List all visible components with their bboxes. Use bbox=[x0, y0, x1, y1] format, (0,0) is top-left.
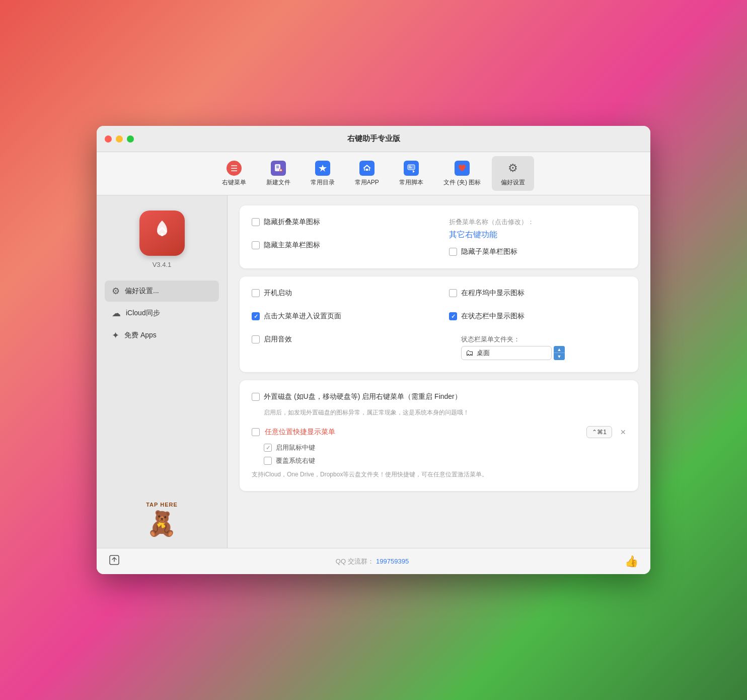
common-app-icon bbox=[359, 160, 375, 176]
enable-middle-click-checkbox[interactable] bbox=[264, 444, 272, 452]
tap-here-badge[interactable]: TAP HERE 🧸 bbox=[146, 502, 178, 538]
enable-sound-checkbox[interactable] bbox=[252, 335, 260, 343]
quick-show-checkbox[interactable] bbox=[252, 428, 260, 436]
hide-menubar-icon-row: 隐藏主菜单栏图标 bbox=[252, 241, 429, 250]
quick-show-description: 支持iCloud，One Drive，Dropbox等云盘文件夹！使用快捷键，可… bbox=[252, 470, 626, 479]
fold-menu-name[interactable]: 其它右键功能 bbox=[449, 230, 626, 240]
external-disk-checkbox[interactable] bbox=[252, 393, 260, 401]
hide-submenu-icon-checkbox[interactable] bbox=[449, 248, 457, 256]
toolbar-item-file-icon[interactable]: 文件 (夹) 图标 bbox=[434, 156, 490, 191]
shortcut-close-icon[interactable]: ✕ bbox=[620, 428, 626, 436]
quick-show-label[interactable]: 任意位置快捷显示菜单 bbox=[265, 428, 335, 437]
close-button[interactable] bbox=[105, 135, 112, 143]
sidebar-bottom: TAP HERE 🧸 bbox=[146, 502, 178, 538]
context-menu-icon: ☰ bbox=[226, 160, 242, 176]
sidebar-free-apps-icon: ✦ bbox=[112, 330, 119, 341]
sidebar-free-apps-label: 免费 Apps bbox=[124, 331, 157, 340]
hide-fold-icon-row: 隐藏折叠菜单图标 bbox=[252, 218, 429, 227]
sidebar-item-icloud[interactable]: ☁ iCloud同步 bbox=[105, 303, 219, 324]
show-in-statusbar-row: 在状态栏中显示图标 bbox=[449, 312, 626, 321]
click-main-menu-label: 点击大菜单进入设置页面 bbox=[264, 312, 341, 321]
app-window: 右键助手专业版 ☰ 右键菜单 bbox=[97, 126, 650, 574]
toolbar-label-preferences: 偏好设置 bbox=[501, 178, 525, 187]
bottom-bar-center: QQ 交流群： 199759395 bbox=[336, 556, 409, 566]
card-hide-icons-left: 隐藏折叠菜单图标 隐藏主菜单栏图标 bbox=[252, 218, 429, 256]
folder-select-text: 桌面 bbox=[477, 348, 547, 358]
external-disk-hint: 启用后，如发现外置磁盘的图标异常，属正常现象，这是系统本身的问题哦！ bbox=[264, 408, 626, 417]
folder-stepper-up[interactable]: ▲ bbox=[554, 346, 565, 353]
hide-fold-icon-checkbox[interactable] bbox=[252, 218, 260, 226]
toolbar: ☰ 右键菜单 新建文件 bbox=[97, 152, 650, 195]
hide-submenu-icon-label: 隐藏子菜单栏图标 bbox=[461, 247, 517, 256]
tap-here-text: TAP HERE bbox=[146, 502, 178, 508]
sidebar-item-free-apps[interactable]: ✦ 免费 Apps bbox=[105, 325, 219, 346]
sidebar-nav: ⚙ 偏好设置... ☁ iCloud同步 ✦ 免费 Apps bbox=[105, 281, 219, 346]
sidebar-preferences-icon: ⚙ bbox=[112, 286, 120, 297]
app-icon bbox=[139, 211, 185, 256]
show-in-statusbar-checkbox[interactable] bbox=[449, 312, 457, 320]
click-main-menu-row: 点击大菜单进入设置页面 bbox=[252, 312, 429, 321]
show-in-dock-label: 在程序坞中显示图标 bbox=[461, 289, 525, 298]
auto-start-label: 开机启动 bbox=[264, 289, 292, 298]
toolbar-item-new-file[interactable]: 新建文件 bbox=[257, 156, 300, 191]
svg-rect-7 bbox=[365, 169, 368, 171]
folder-icon: 🗂 bbox=[466, 348, 474, 358]
maximize-button[interactable] bbox=[127, 135, 134, 143]
toolbar-label-file-icon: 文件 (夹) 图标 bbox=[443, 178, 481, 187]
hide-menubar-icon-label: 隐藏主菜单栏图标 bbox=[264, 241, 320, 250]
like-icon[interactable]: 👍 bbox=[625, 555, 638, 568]
titlebar: 右键助手专业版 bbox=[97, 126, 650, 152]
toolbar-label-context-menu: 右键菜单 bbox=[222, 178, 246, 187]
show-in-dock-checkbox[interactable] bbox=[449, 289, 457, 297]
statusbar-folder-label: 状态栏菜单文件夹： bbox=[461, 335, 626, 344]
sidebar: V3.4.1 ⚙ 偏好设置... ☁ iCloud同步 ✦ 免费 Apps TA… bbox=[97, 195, 228, 548]
toolbar-item-context-menu[interactable]: ☰ 右键菜单 bbox=[213, 156, 255, 191]
enable-middle-click-row: 启用鼠标中键 bbox=[264, 443, 626, 452]
sidebar-icloud-label: iCloud同步 bbox=[126, 309, 160, 318]
card-external-disk: 外置磁盘 (如U盘，移动硬盘等) 启用右键菜单（需重启 Finder） 启用后，… bbox=[240, 380, 638, 491]
preferences-icon: ⚙ bbox=[505, 160, 521, 176]
external-disk-row: 外置磁盘 (如U盘，移动硬盘等) 启用右键菜单（需重启 Finder） bbox=[252, 392, 626, 401]
window-controls bbox=[105, 135, 134, 143]
enable-middle-click-label: 启用鼠标中键 bbox=[276, 443, 315, 452]
show-in-statusbar-label: 在状态栏中显示图标 bbox=[461, 312, 525, 321]
qq-number[interactable]: 199759395 bbox=[376, 557, 409, 565]
enable-sound-label: 启用音效 bbox=[264, 335, 292, 344]
auto-start-checkbox[interactable] bbox=[252, 289, 260, 297]
toolbar-label-common-dir: 常用目录 bbox=[311, 178, 335, 187]
toolbar-label-common-script: 常用脚本 bbox=[399, 178, 423, 187]
sidebar-preferences-label: 偏好设置... bbox=[125, 287, 159, 296]
cover-right-click-label: 覆盖系统右键 bbox=[276, 456, 315, 465]
quick-show-row: 任意位置快捷显示菜单 ⌃⌘1 ✕ bbox=[252, 426, 626, 438]
minimize-button[interactable] bbox=[116, 135, 123, 143]
sidebar-item-preferences[interactable]: ⚙ 偏好设置... bbox=[105, 281, 219, 302]
hide-submenu-icon-row: 隐藏子菜单栏图标 bbox=[449, 247, 626, 256]
qq-prefix: QQ 交流群： bbox=[336, 557, 374, 565]
sidebar-icloud-icon: ☁ bbox=[112, 308, 121, 319]
share-icon[interactable] bbox=[109, 554, 120, 568]
toolbar-item-preferences[interactable]: ⚙ 偏好设置 bbox=[492, 156, 534, 191]
toolbar-item-common-script[interactable]: 常用脚本 bbox=[390, 156, 432, 191]
app-icon-graphic bbox=[147, 216, 177, 251]
card-startup-left: 开机启动 点击大菜单进入设置页面 启用音效 bbox=[252, 289, 429, 360]
toolbar-item-common-app[interactable]: 常用APP bbox=[346, 156, 388, 191]
toolbar-label-new-file: 新建文件 bbox=[266, 178, 290, 187]
version-label: V3.4.1 bbox=[153, 261, 172, 268]
cover-right-click-checkbox[interactable] bbox=[264, 457, 272, 465]
click-main-menu-checkbox[interactable] bbox=[252, 312, 260, 320]
main-content: V3.4.1 ⚙ 偏好设置... ☁ iCloud同步 ✦ 免费 Apps TA… bbox=[97, 195, 650, 548]
statusbar-folder-select[interactable]: 🗂 桌面 bbox=[461, 346, 552, 360]
svg-rect-8 bbox=[408, 165, 415, 170]
folder-stepper: ▲ ▼ bbox=[554, 346, 565, 360]
hide-menubar-icon-checkbox[interactable] bbox=[252, 241, 260, 249]
shortcut-badge[interactable]: ⌃⌘1 bbox=[586, 426, 612, 438]
bottom-bar: QQ 交流群： 199759395 👍 bbox=[97, 548, 650, 574]
card-hide-icons: 隐藏折叠菜单图标 隐藏主菜单栏图标 折叠菜单名称（点击修改）： 其它右键功能 bbox=[240, 205, 638, 268]
content-area: 隐藏折叠菜单图标 隐藏主菜单栏图标 折叠菜单名称（点击修改）： 其它右键功能 bbox=[228, 195, 650, 548]
svg-marker-11 bbox=[413, 170, 415, 173]
toolbar-item-common-dir[interactable]: 常用目录 bbox=[302, 156, 344, 191]
common-script-icon bbox=[403, 160, 419, 176]
show-in-dock-row: 在程序坞中显示图标 bbox=[449, 289, 626, 298]
folder-stepper-down[interactable]: ▼ bbox=[554, 353, 565, 360]
card-startup-right: 在程序坞中显示图标 在状态栏中显示图标 状态栏菜单文件夹： 🗂 桌面 bbox=[449, 289, 626, 360]
